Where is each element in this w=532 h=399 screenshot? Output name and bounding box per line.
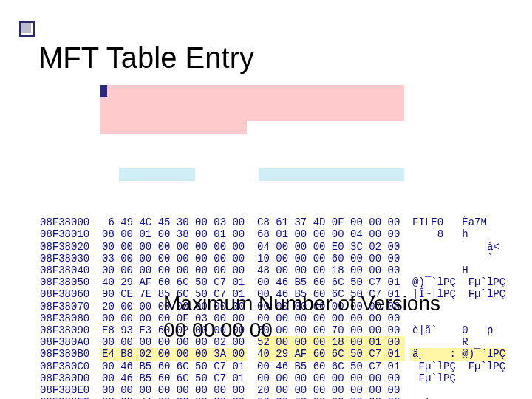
highlight-versions-b bbox=[259, 168, 404, 181]
highlight-header-pink-tail bbox=[100, 121, 247, 134]
highlight-header-pink bbox=[100, 85, 404, 121]
slide-title: MFT Table Entry bbox=[38, 41, 254, 75]
annotation-line-2: 00 00 00 00 bbox=[163, 317, 440, 344]
hex-dump: 08F38000 46 49 4C 45 30 00 03 00 C8 61 3… bbox=[40, 85, 512, 399]
annotation-text: Maximum Number of Versions 00 00 00 00 bbox=[163, 290, 440, 344]
slide-bullet-fill bbox=[21, 23, 31, 33]
cursor-highlight bbox=[100, 85, 107, 97]
annotation-line-1: Maximum Number of Versions bbox=[163, 290, 440, 317]
highlight-versions-a bbox=[119, 168, 195, 181]
